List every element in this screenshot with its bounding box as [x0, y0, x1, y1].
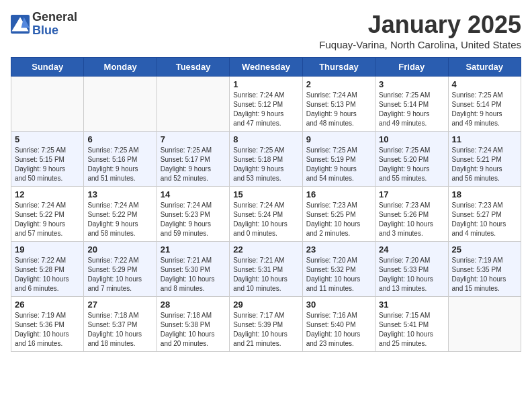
calendar-week-row: 12Sunrise: 7:24 AM Sunset: 5:22 PM Dayli… — [11, 187, 521, 242]
day-info: Sunrise: 7:16 AM Sunset: 5:40 PM Dayligh… — [306, 311, 371, 349]
day-info: Sunrise: 7:23 AM Sunset: 5:26 PM Dayligh… — [379, 201, 444, 238]
day-info: Sunrise: 7:24 AM Sunset: 5:22 PM Dayligh… — [87, 201, 152, 238]
day-info: Sunrise: 7:25 AM Sunset: 5:15 PM Dayligh… — [15, 146, 80, 183]
day-number: 1 — [233, 79, 298, 89]
calendar-cell: 18Sunrise: 7:23 AM Sunset: 5:27 PM Dayli… — [448, 187, 521, 242]
day-info: Sunrise: 7:23 AM Sunset: 5:27 PM Dayligh… — [452, 201, 517, 238]
day-number: 26 — [15, 300, 80, 310]
day-number: 3 — [379, 79, 444, 89]
calendar-week-row: 19Sunrise: 7:22 AM Sunset: 5:28 PM Dayli… — [11, 242, 521, 297]
day-number: 11 — [452, 134, 517, 144]
location-subtitle: Fuquay-Varina, North Carolina, United St… — [319, 39, 521, 50]
calendar-cell: 13Sunrise: 7:24 AM Sunset: 5:22 PM Dayli… — [84, 187, 157, 242]
day-number: 24 — [379, 244, 444, 255]
day-info: Sunrise: 7:25 AM Sunset: 5:20 PM Dayligh… — [379, 146, 444, 183]
day-info: Sunrise: 7:19 AM Sunset: 5:35 PM Dayligh… — [452, 256, 517, 293]
day-of-week-header: Friday — [375, 58, 448, 77]
day-of-week-header: Saturday — [448, 58, 521, 77]
day-number: 27 — [87, 300, 152, 310]
day-info: Sunrise: 7:19 AM Sunset: 5:36 PM Dayligh… — [15, 311, 80, 349]
day-number: 9 — [306, 134, 371, 144]
calendar-header-row: SundayMondayTuesdayWednesdayThursdayFrid… — [11, 58, 521, 77]
day-number: 7 — [161, 134, 226, 144]
day-number: 22 — [233, 244, 298, 255]
day-number: 5 — [15, 134, 80, 144]
day-info: Sunrise: 7:23 AM Sunset: 5:25 PM Dayligh… — [306, 201, 371, 238]
day-number: 23 — [306, 244, 371, 255]
day-info: Sunrise: 7:18 AM Sunset: 5:38 PM Dayligh… — [161, 311, 226, 349]
day-info: Sunrise: 7:25 AM Sunset: 5:19 PM Dayligh… — [306, 146, 371, 183]
day-of-week-header: Thursday — [302, 58, 375, 77]
logo-icon — [11, 15, 30, 34]
day-number: 29 — [233, 300, 298, 310]
calendar-cell — [11, 77, 84, 132]
day-info: Sunrise: 7:24 AM Sunset: 5:22 PM Dayligh… — [15, 201, 80, 238]
day-number: 6 — [87, 134, 152, 144]
day-number: 14 — [161, 189, 226, 199]
calendar-cell: 7Sunrise: 7:25 AM Sunset: 5:17 PM Daylig… — [157, 132, 229, 187]
calendar-cell: 31Sunrise: 7:15 AM Sunset: 5:41 PM Dayli… — [375, 297, 448, 352]
calendar-cell: 6Sunrise: 7:25 AM Sunset: 5:16 PM Daylig… — [84, 132, 157, 187]
day-number: 25 — [452, 244, 517, 255]
day-number: 18 — [452, 189, 517, 199]
day-number: 17 — [379, 189, 444, 199]
calendar-cell: 30Sunrise: 7:16 AM Sunset: 5:40 PM Dayli… — [302, 297, 375, 352]
calendar-cell: 8Sunrise: 7:25 AM Sunset: 5:18 PM Daylig… — [230, 132, 302, 187]
calendar-cell: 12Sunrise: 7:24 AM Sunset: 5:22 PM Dayli… — [11, 187, 84, 242]
day-of-week-header: Wednesday — [230, 58, 302, 77]
day-info: Sunrise: 7:20 AM Sunset: 5:33 PM Dayligh… — [379, 256, 444, 293]
calendar-cell: 22Sunrise: 7:21 AM Sunset: 5:31 PM Dayli… — [230, 242, 302, 297]
day-number: 4 — [452, 79, 517, 89]
calendar-cell: 17Sunrise: 7:23 AM Sunset: 5:26 PM Dayli… — [375, 187, 448, 242]
calendar-cell: 27Sunrise: 7:18 AM Sunset: 5:37 PM Dayli… — [84, 297, 157, 352]
day-of-week-header: Tuesday — [157, 58, 229, 77]
calendar-cell: 4Sunrise: 7:25 AM Sunset: 5:14 PM Daylig… — [448, 77, 521, 132]
calendar-week-row: 5Sunrise: 7:25 AM Sunset: 5:15 PM Daylig… — [11, 132, 521, 187]
month-title: January 2025 — [319, 11, 521, 39]
day-number: 8 — [233, 134, 298, 144]
logo: General Blue — [11, 11, 77, 38]
calendar-cell: 25Sunrise: 7:19 AM Sunset: 5:35 PM Dayli… — [448, 242, 521, 297]
day-number: 13 — [87, 189, 152, 199]
day-info: Sunrise: 7:21 AM Sunset: 5:30 PM Dayligh… — [161, 256, 226, 293]
day-info: Sunrise: 7:17 AM Sunset: 5:39 PM Dayligh… — [233, 311, 298, 349]
logo-blue-text: Blue — [32, 24, 77, 38]
calendar-cell: 16Sunrise: 7:23 AM Sunset: 5:25 PM Dayli… — [302, 187, 375, 242]
day-number: 21 — [161, 244, 226, 255]
calendar-cell: 10Sunrise: 7:25 AM Sunset: 5:20 PM Dayli… — [375, 132, 448, 187]
day-info: Sunrise: 7:24 AM Sunset: 5:13 PM Dayligh… — [306, 91, 371, 128]
day-info: Sunrise: 7:25 AM Sunset: 5:17 PM Dayligh… — [161, 146, 226, 183]
calendar-cell: 3Sunrise: 7:25 AM Sunset: 5:14 PM Daylig… — [375, 77, 448, 132]
day-number: 30 — [306, 300, 371, 310]
calendar-cell — [448, 297, 521, 352]
day-info: Sunrise: 7:25 AM Sunset: 5:14 PM Dayligh… — [379, 91, 444, 128]
title-block: January 2025 Fuquay-Varina, North Caroli… — [319, 11, 521, 50]
calendar-cell: 20Sunrise: 7:22 AM Sunset: 5:29 PM Dayli… — [84, 242, 157, 297]
calendar-cell: 26Sunrise: 7:19 AM Sunset: 5:36 PM Dayli… — [11, 297, 84, 352]
day-info: Sunrise: 7:25 AM Sunset: 5:16 PM Dayligh… — [87, 146, 152, 183]
logo-general-text: General — [32, 11, 77, 24]
day-info: Sunrise: 7:21 AM Sunset: 5:31 PM Dayligh… — [233, 256, 298, 293]
calendar-cell: 11Sunrise: 7:24 AM Sunset: 5:21 PM Dayli… — [448, 132, 521, 187]
calendar-table: SundayMondayTuesdayWednesdayThursdayFrid… — [11, 57, 521, 352]
calendar-cell: 1Sunrise: 7:24 AM Sunset: 5:12 PM Daylig… — [230, 77, 302, 132]
day-number: 20 — [87, 244, 152, 255]
day-number: 28 — [161, 300, 226, 310]
day-info: Sunrise: 7:24 AM Sunset: 5:23 PM Dayligh… — [161, 201, 226, 238]
calendar-cell: 29Sunrise: 7:17 AM Sunset: 5:39 PM Dayli… — [230, 297, 302, 352]
day-number: 12 — [15, 189, 80, 199]
day-of-week-header: Monday — [84, 58, 157, 77]
day-info: Sunrise: 7:15 AM Sunset: 5:41 PM Dayligh… — [379, 311, 444, 349]
calendar-week-row: 1Sunrise: 7:24 AM Sunset: 5:12 PM Daylig… — [11, 77, 521, 132]
day-info: Sunrise: 7:24 AM Sunset: 5:24 PM Dayligh… — [233, 201, 298, 238]
day-info: Sunrise: 7:25 AM Sunset: 5:18 PM Dayligh… — [233, 146, 298, 183]
day-info: Sunrise: 7:24 AM Sunset: 5:21 PM Dayligh… — [452, 146, 517, 183]
calendar-cell: 14Sunrise: 7:24 AM Sunset: 5:23 PM Dayli… — [157, 187, 229, 242]
calendar-cell: 19Sunrise: 7:22 AM Sunset: 5:28 PM Dayli… — [11, 242, 84, 297]
day-number: 19 — [15, 244, 80, 255]
day-info: Sunrise: 7:18 AM Sunset: 5:37 PM Dayligh… — [87, 311, 152, 349]
day-info: Sunrise: 7:24 AM Sunset: 5:12 PM Dayligh… — [233, 91, 298, 128]
calendar-cell — [84, 77, 157, 132]
calendar-cell: 9Sunrise: 7:25 AM Sunset: 5:19 PM Daylig… — [302, 132, 375, 187]
day-of-week-header: Sunday — [11, 58, 84, 77]
